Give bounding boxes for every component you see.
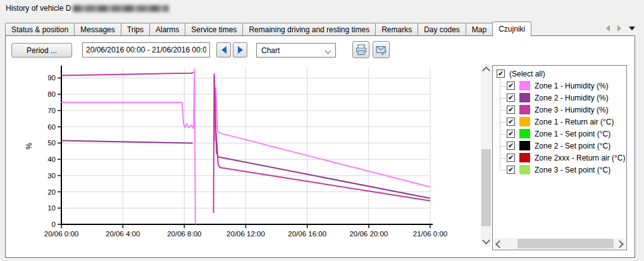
next-period-button[interactable] [233,42,247,58]
legend-checkbox-zone-1-set-point-c[interactable]: ✔ [507,130,515,138]
tab-service-times[interactable]: Service times [185,23,243,36]
series-line-zone-2-humidity [214,76,430,198]
tab-alarms[interactable]: Alarms [149,23,185,36]
legend-color-swatch [519,165,530,174]
legend-item-zone-2-humidity: ✔Zone 2 - Humidity (%) [493,92,625,104]
legend-rows: ✔(Select all)✔Zone 1 - Humidity (%)✔Zone… [493,68,625,176]
chart-svg: 010203040506070809020/06 0:0020/06 4:002… [19,63,462,243]
series-line-zone-3-humidity [61,72,194,75]
legend-item-zone-2xxx-return-air-c: ✔Zone 2xxx - Return air (°C) [493,152,625,164]
legend-color-swatch [519,153,530,162]
legend-color-swatch [519,129,530,138]
tab-list-dropdown-icon[interactable] [629,27,635,30]
scroll-right-icon [616,240,624,248]
y-axis-label: % [25,143,34,150]
legend-color-swatch [519,81,530,90]
legend-checkbox-zone-1-humidity[interactable]: ✔ [507,82,515,90]
tab-scroll-left-icon[interactable] [606,25,610,32]
period-button[interactable]: Period ... [11,43,72,58]
scroll-up-icon[interactable] [482,66,490,75]
legend-checkbox-zone-2xxx-return-air-c[interactable]: ✔ [507,154,515,162]
legend-item-zone-3-set-point-c: ✔Zone 3 - Set point (°C) [493,164,625,176]
svg-text:0: 0 [52,221,56,228]
legend-color-swatch [519,93,530,102]
previous-period-button[interactable] [216,42,231,58]
svg-text:20: 20 [47,188,56,196]
scroll-down-icon[interactable] [482,236,490,245]
legend-label: Zone 1 - Humidity (%) [535,82,609,90]
svg-text:70: 70 [47,107,56,114]
page-title: History of vehicle D [6,4,169,13]
legend-checkbox-zone-3-set-point-c[interactable]: ✔ [507,166,515,174]
legend-horizontal-scrollbar[interactable] [493,238,626,249]
legend-label: Zone 2xxx - Return air (°C) [535,154,626,162]
legend-checkbox-zone-3-humidity[interactable]: ✔ [507,106,515,114]
legend-item-zone-1-humidity: ✔Zone 1 - Humidity (%) [493,80,625,92]
svg-text:20/06 20:00: 20/06 20:00 [349,230,388,238]
tab-day-codes[interactable]: Day codes [418,23,466,36]
page-title-text: History of vehicle D [6,4,71,13]
view-type-select[interactable]: Chart [256,43,336,58]
legend-label: Zone 1 - Set point (°C) [535,130,610,138]
svg-text:50: 50 [47,139,56,147]
legend-scrollbar-thumb[interactable] [517,239,614,248]
date-range-input[interactable] [82,42,210,58]
series-line-zone-1-humidity [61,69,196,223]
tab-scroll-right-icon[interactable] [617,25,621,32]
email-icon [375,44,388,56]
humidity-chart: 010203040506070809020/06 0:0020/06 4:002… [19,63,462,243]
tab-status-position[interactable]: Status & position [5,23,75,36]
tab-scroll-controls [606,25,635,32]
legend-checkbox-select-all[interactable]: ✔ [497,70,505,78]
legend-label: Zone 3 - Set point (°C) [535,166,610,174]
arrow-left-icon [221,46,226,54]
scroll-left-icon [495,240,504,248]
legend-item-zone-3-humidity: ✔Zone 3 - Humidity (%) [493,104,625,116]
legend-color-swatch [519,105,530,114]
vehicle-history-window: History of vehicle D Status & positionMe… [0,0,644,261]
legend-item-zone-2-set-point-c: ✔Zone 2 - Set point (°C) [493,140,625,152]
chevron-down-icon [325,48,331,54]
tab-remarks[interactable]: Remarks [375,23,418,36]
tab-remaining-driving-and-resting-times[interactable]: Remaining driving and resting times [242,23,376,36]
legend-select-all: ✔(Select all) [493,68,625,80]
tab-trips[interactable]: Trips [121,23,150,36]
legend-label: Zone 1 - Return air (°C) [535,118,614,126]
vertical-scrollbar-thumb[interactable] [481,149,491,226]
series-legend-panel: ✔(Select all)✔Zone 1 - Humidity (%)✔Zone… [492,65,627,250]
svg-text:20/06 8:00: 20/06 8:00 [167,230,201,238]
legend-item-zone-1-return-air-c: ✔Zone 1 - Return air (°C) [493,116,625,128]
send-email-button[interactable] [373,41,390,58]
svg-text:90: 90 [47,74,56,82]
legend-scroll-right-button[interactable] [615,238,626,249]
legend-checkbox-zone-2-set-point-c[interactable]: ✔ [507,142,515,150]
legend-color-swatch [519,141,530,150]
svg-text:20/06 0:00: 20/06 0:00 [44,230,78,238]
legend-label: Zone 2 - Set point (°C) [535,142,610,150]
svg-text:60: 60 [47,123,56,131]
view-type-value: Chart [261,46,280,55]
svg-text:21/06 0:00: 21/06 0:00 [413,230,447,238]
svg-text:20/06 16:00: 20/06 16:00 [288,230,326,238]
arrow-right-icon [238,46,243,54]
redacted-vehicle-id [73,5,169,12]
svg-text:40: 40 [47,155,56,163]
legend-item-zone-1-set-point-c: ✔Zone 1 - Set point (°C) [493,128,625,140]
vertical-scrollbar[interactable] [481,64,492,246]
svg-text:10: 10 [47,204,56,212]
tab-czujniki[interactable]: Czujniki [492,21,531,37]
legend-label: Zone 3 - Humidity (%) [535,106,609,114]
tab-messages[interactable]: Messages [74,23,121,36]
legend-color-swatch [519,117,530,126]
svg-text:20/06 4:00: 20/06 4:00 [106,230,140,238]
print-button[interactable] [352,41,369,58]
legend-scroll-left-button[interactable] [493,238,504,249]
tab-bar: Status & positionMessagesTripsAlarmsServ… [5,21,636,36]
legend-checkbox-zone-1-return-air-c[interactable]: ✔ [507,118,515,126]
series-line-zone-2-humidity [61,141,193,143]
legend-label: (Select all) [509,70,545,78]
legend-label: Zone 2 - Humidity (%) [535,94,609,102]
legend-checkbox-zone-2-humidity[interactable]: ✔ [507,94,515,102]
svg-text:20/06 12:00: 20/06 12:00 [226,230,265,238]
tab-map[interactable]: Map [466,23,493,36]
